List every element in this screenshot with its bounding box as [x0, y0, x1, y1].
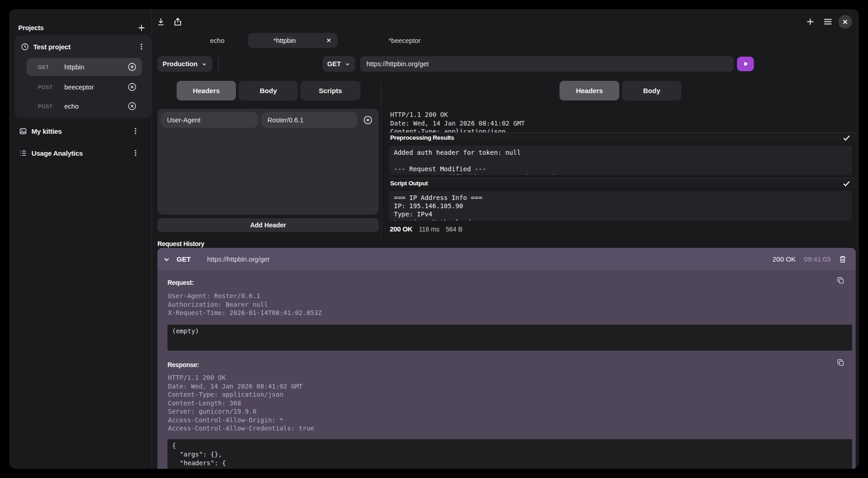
request-item-httpbin[interactable]: GET httpbin	[26, 58, 142, 76]
list-icon	[19, 149, 27, 157]
copy-icon	[837, 358, 845, 367]
sidebar: Projects Test project GET httpbin POST b…	[9, 9, 152, 469]
add-project-button[interactable]	[137, 23, 146, 32]
remove-request-button[interactable]	[128, 83, 136, 91]
request-item-echo[interactable]: POST echo	[26, 97, 142, 115]
response-status-line: 200 OK 118 ms 564 B	[390, 225, 462, 233]
tab-label: echo	[210, 37, 224, 44]
url-input[interactable]	[360, 56, 734, 72]
check-icon	[843, 135, 850, 141]
history-url: https://httpbin.org/get	[207, 256, 773, 263]
tab-response-headers[interactable]: Headers	[559, 81, 619, 100]
tab-request-scripts[interactable]: Scripts	[300, 81, 361, 100]
header-value-input[interactable]	[261, 112, 357, 128]
trash-icon	[839, 255, 847, 263]
history-entry-card: GET https://httpbin.org/get 200 OK 09:41…	[157, 248, 856, 469]
request-history-title: Request History	[157, 240, 204, 247]
method-label: POST	[38, 104, 57, 109]
export-button[interactable]	[173, 17, 183, 26]
check-icon	[843, 180, 850, 187]
status-duration: 118 ms	[419, 226, 439, 233]
chevron-down-icon	[201, 61, 207, 67]
group-my-kitties[interactable]: My kitties	[15, 123, 146, 139]
image-icon	[19, 127, 27, 135]
request-name: httpbin	[64, 63, 128, 71]
script-output-log: === IP Address Info === IP: 195.146.105.…	[389, 191, 852, 221]
preprocessing-log: Added auth header for token: null --- Re…	[389, 146, 852, 175]
tab-echo[interactable]: echo	[192, 33, 242, 48]
status-size: 564 B	[446, 226, 463, 233]
plus-icon	[137, 23, 146, 32]
close-window-button[interactable]	[838, 15, 852, 29]
history-request-headers: User-Agent: Roster/0.6.1 Authorization: …	[168, 292, 322, 317]
projects-title: Projects	[18, 24, 44, 32]
download-icon	[156, 17, 166, 26]
history-response-body: { "args": {}, "headers": {	[167, 439, 852, 469]
tab-httpbin[interactable]: *httpbin	[248, 33, 338, 48]
play-icon	[743, 61, 749, 67]
history-entry-header[interactable]: GET https://httpbin.org/get 200 OK 09:41…	[157, 248, 856, 270]
history-status: 200 OK	[773, 255, 796, 263]
remove-request-button[interactable]	[128, 102, 136, 110]
project-menu-button[interactable]	[138, 43, 145, 50]
script-output-title: Script Output	[390, 180, 428, 187]
script-output-header[interactable]: Script Output	[388, 178, 856, 188]
preprocessing-results-title: Preprocessing Results	[390, 134, 454, 141]
history-response-headers: HTTP/1.1 200 OK Date: Wed, 14 Jan 2026 0…	[168, 373, 314, 433]
copy-request-button[interactable]	[837, 276, 845, 284]
group-name: Usage Analytics	[31, 149, 128, 157]
remove-header-button[interactable]	[363, 116, 372, 125]
method-dropdown[interactable]: GET	[323, 56, 355, 72]
request-section-label: Request:	[167, 279, 194, 286]
tab-request-body[interactable]: Body	[239, 81, 298, 100]
tab-beeceptor[interactable]: *beeceptor	[374, 33, 435, 48]
dots-vertical-icon	[138, 43, 145, 50]
tab-label: *httpbin	[273, 37, 296, 44]
close-tab-icon[interactable]	[326, 38, 331, 43]
group-usage-analytics[interactable]: Usage Analytics	[15, 145, 146, 161]
project-group-header[interactable]: Test project	[15, 38, 151, 55]
group-menu-button[interactable]	[132, 127, 139, 135]
group-name: My kitties	[31, 127, 128, 135]
sidebar-header: Projects	[18, 23, 146, 33]
remove-request-button[interactable]	[128, 63, 136, 71]
plus-icon	[805, 17, 815, 26]
headers-editor-panel	[157, 109, 379, 215]
project-group-panel: Test project GET httpbin POST beeceptor …	[15, 35, 151, 118]
toolbar-divider	[218, 56, 219, 72]
app-window: Projects Test project GET httpbin POST b…	[9, 9, 859, 469]
history-request-body: (empty)	[167, 325, 852, 351]
add-header-button[interactable]: Add Header	[157, 218, 379, 232]
request-item-beeceptor[interactable]: POST beeceptor	[26, 78, 142, 96]
delete-history-button[interactable]	[839, 255, 847, 263]
menu-button[interactable]	[823, 17, 833, 26]
environment-label: Production	[162, 60, 198, 68]
header-key-input[interactable]	[161, 112, 258, 128]
panel-divider	[381, 82, 382, 239]
tab-response-body[interactable]: Body	[622, 81, 681, 100]
method-label: POST	[38, 84, 57, 90]
dots-vertical-icon	[132, 149, 139, 157]
new-tab-button[interactable]	[805, 17, 815, 26]
share-upload-icon	[173, 17, 183, 26]
request-name: echo	[64, 103, 128, 110]
environment-dropdown[interactable]: Production	[157, 56, 212, 72]
close-icon	[842, 19, 848, 25]
chevron-down-icon[interactable]	[163, 256, 170, 263]
group-menu-button[interactable]	[132, 149, 139, 157]
history-timestamp: 09:41:03	[804, 255, 831, 263]
copy-icon	[837, 276, 845, 284]
history-method: GET	[177, 255, 191, 263]
copy-response-button[interactable]	[837, 358, 845, 367]
status-code: 200 OK	[390, 225, 413, 233]
tab-label: *beeceptor	[388, 37, 420, 44]
response-headers-text: HTTP/1.1 200 OK Date: Wed, 14 Jan 2026 0…	[390, 110, 847, 132]
import-button[interactable]	[156, 17, 166, 26]
hamburger-icon	[823, 17, 833, 26]
tab-request-headers[interactable]: Headers	[177, 81, 236, 100]
method-label: GET	[38, 64, 57, 70]
clock-icon	[21, 43, 29, 51]
dots-vertical-icon	[132, 127, 139, 135]
preprocessing-results-header[interactable]: Preprocessing Results	[388, 132, 856, 142]
send-request-button[interactable]	[737, 57, 754, 71]
